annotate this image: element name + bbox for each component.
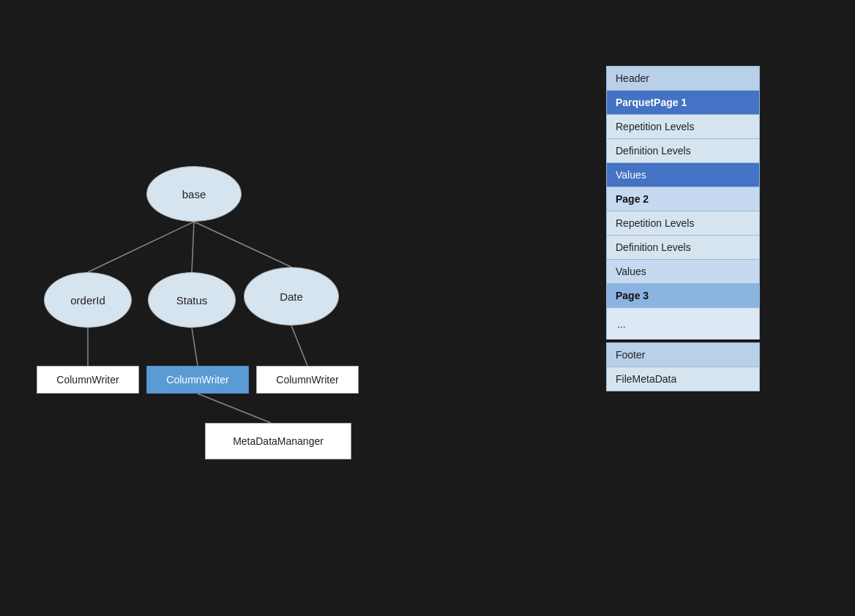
page1-def-row: Definition Levels [606,138,760,162]
svg-line-4 [192,328,198,366]
base-node: base [146,166,242,222]
page1-values-row: Values [606,162,760,187]
svg-line-6 [198,394,271,423]
page2-def-row: Definition Levels [606,235,760,259]
file-meta-row: FileMetaData [606,367,760,391]
parquet-structure-table: Header ParquetPage 1 Repetition Levels D… [606,66,760,391]
page2-rep-row: Repetition Levels [606,211,760,235]
svg-line-1 [192,222,194,272]
column-writer-3: ColumnWriter [256,366,359,394]
dots-row: ... [606,307,760,339]
page1-header-row: ParquetPage 1 [606,90,760,114]
orderid-node: orderId [44,272,132,328]
page1-rep-row: Repetition Levels [606,114,760,138]
column-writer-1: ColumnWriter [37,366,139,394]
footer-row: Footer [606,342,760,367]
page2-values-row: Values [606,259,760,283]
status-node: Status [148,272,236,328]
diagram-area: base orderId Status Date ColumnWriter Co… [0,0,439,616]
metadata-manager-box: MetaDataMananger [205,423,351,459]
table-header-row: Header [606,66,760,90]
svg-line-5 [291,326,307,366]
column-writer-2: ColumnWriter [146,366,249,394]
page3-header-row: Page 3 [606,283,760,307]
svg-line-2 [194,222,291,267]
page2-header-row: Page 2 [606,187,760,211]
svg-line-0 [88,222,194,272]
date-node: Date [244,267,339,326]
